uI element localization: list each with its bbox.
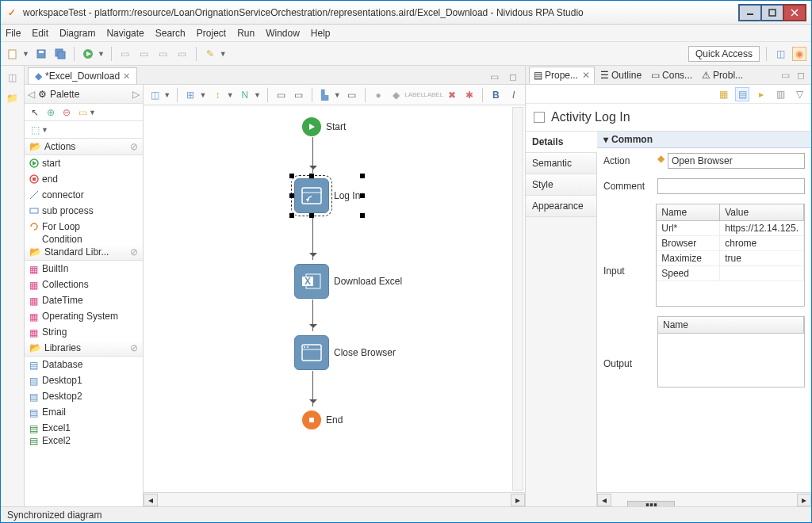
palette-item-datetime[interactable]: ▦DateTime: [25, 292, 143, 308]
minimize-view-icon[interactable]: ▭: [778, 68, 792, 82]
palette-section-libraries[interactable]: 📂 Libraries ⊘: [25, 340, 143, 357]
palette-section-actions[interactable]: 📂 Actions ⊘: [25, 139, 143, 155]
palette-menu-icon[interactable]: ▷: [132, 89, 140, 100]
wand-icon[interactable]: ✎: [203, 47, 217, 61]
palette-item-string[interactable]: ▦String: [25, 324, 143, 340]
zoom-out-icon[interactable]: ⊖: [59, 105, 74, 120]
palette-item-excel2[interactable]: ▤Excel2: [25, 436, 143, 445]
vertical-scrollbar[interactable]: [512, 107, 523, 491]
ct-icon[interactable]: ●: [372, 88, 385, 102]
select-tool-icon[interactable]: ↖: [28, 105, 42, 120]
node-end[interactable]: End: [302, 410, 343, 429]
ct-icon[interactable]: ◆: [389, 88, 402, 102]
palette-item-collections[interactable]: ▦Collections: [25, 277, 143, 292]
scroll-right-icon[interactable]: ▸: [797, 494, 811, 506]
new-icon[interactable]: [6, 47, 20, 61]
palette-item-connector[interactable]: connector: [25, 187, 143, 203]
palette-item-end[interactable]: end: [25, 171, 143, 187]
pt-icon[interactable]: ▤: [735, 87, 749, 101]
checkbox-icon[interactable]: [534, 112, 545, 123]
ct-icon[interactable]: ▭: [346, 88, 358, 102]
ct-icon[interactable]: ↕: [211, 88, 224, 102]
tab-problems[interactable]: ⚠Probl...: [698, 67, 747, 83]
marquee-icon[interactable]: ⬚: [28, 123, 42, 137]
delete-icon[interactable]: ✖: [446, 88, 458, 102]
props-hscroll[interactable]: ◂ ▮▮▮ ▸: [597, 492, 811, 506]
perspective-a-icon[interactable]: ◫: [773, 47, 787, 61]
palette-item-start[interactable]: start: [25, 155, 143, 171]
zoom-in-icon[interactable]: ⊕: [44, 105, 58, 120]
tab-console[interactable]: ▭Cons...: [647, 67, 696, 83]
minimize-view-icon[interactable]: ▭: [487, 70, 501, 84]
ct-icon[interactable]: ▭: [292, 88, 304, 102]
close-icon[interactable]: ✕: [582, 70, 590, 81]
delete-all-icon[interactable]: ✱: [463, 88, 476, 102]
action-field[interactable]: Open Browser: [668, 153, 805, 169]
palette-item-subprocess[interactable]: sub process: [25, 203, 143, 219]
pt-icon[interactable]: ▦: [716, 87, 730, 101]
proptab-style[interactable]: Style: [526, 174, 596, 196]
italic-icon[interactable]: I: [508, 88, 520, 102]
maximize-button[interactable]: [760, 4, 784, 21]
proptab-details[interactable]: Details: [526, 132, 597, 153]
ct-icon[interactable]: ▭: [274, 88, 287, 102]
palette-item-condition[interactable]: Condition: [25, 235, 143, 244]
ct-icon[interactable]: ◫: [148, 88, 161, 102]
output-table[interactable]: Name: [657, 316, 805, 387]
run-icon[interactable]: [81, 47, 95, 61]
palette-item-desktop1[interactable]: ▤Desktop1: [25, 372, 143, 388]
palette-item-database[interactable]: ▤Database: [25, 357, 143, 372]
proptab-appearance[interactable]: Appearance: [526, 196, 596, 217]
proptab-semantic[interactable]: Semantic: [526, 153, 596, 174]
quick-access[interactable]: Quick Access: [688, 46, 760, 62]
close-tab-icon[interactable]: ✕: [123, 71, 130, 82]
menu-window[interactable]: Window: [266, 28, 300, 39]
ct-icon[interactable]: ⊞: [184, 88, 197, 102]
menu-search[interactable]: Search: [155, 28, 186, 39]
menu-project[interactable]: Project: [197, 28, 226, 39]
diagram-canvas[interactable]: Start Log In X Download Excel: [144, 105, 525, 492]
palette-item-desktop2[interactable]: ▤Desktop2: [25, 388, 143, 404]
menu-file[interactable]: File: [6, 28, 21, 39]
maximize-view-icon[interactable]: ◻: [506, 70, 520, 84]
input-table[interactable]: NameValue Url*https://12.14.125. Browser…: [656, 204, 805, 307]
node-login[interactable]: Log In: [294, 178, 360, 213]
perspective-b-icon[interactable]: ◉: [792, 47, 806, 61]
ct-icon[interactable]: N: [239, 88, 251, 102]
pt-icon[interactable]: ▥: [773, 87, 787, 101]
palette-item-forloop[interactable]: For Loop: [25, 219, 143, 235]
tool-d-icon[interactable]: ▭: [175, 47, 190, 61]
menu-run[interactable]: Run: [237, 28, 255, 39]
note-icon[interactable]: ▭: [75, 105, 90, 120]
comment-field[interactable]: [657, 178, 805, 194]
menu-help[interactable]: Help: [311, 28, 331, 39]
bold-icon[interactable]: B: [489, 88, 502, 102]
menu-edit[interactable]: Edit: [32, 28, 48, 39]
scroll-right-icon[interactable]: ▸: [511, 494, 525, 506]
palette-item-excel1[interactable]: ▤Excel1: [25, 420, 143, 436]
menu-diagram[interactable]: Diagram: [59, 28, 95, 39]
ct-icon[interactable]: LABEL: [408, 88, 422, 102]
view-menu-icon[interactable]: ▽: [792, 87, 806, 101]
maximize-view-icon[interactable]: ◻: [794, 68, 808, 82]
node-download[interactable]: X Download Excel: [294, 264, 402, 299]
tool-b-icon[interactable]: ▭: [137, 47, 151, 61]
node-close[interactable]: Close Browser: [294, 335, 396, 370]
trim-icon-b[interactable]: 📁: [6, 91, 20, 105]
ct-icon[interactable]: LABEL: [427, 88, 441, 102]
editor-tab-excel-download[interactable]: ◆ *Excel_Download ✕: [28, 67, 137, 84]
tool-c-icon[interactable]: ▭: [156, 47, 170, 61]
section-common[interactable]: ▾Common: [597, 132, 811, 148]
palette-item-os[interactable]: ▦Operating System: [25, 308, 143, 324]
scroll-left-icon[interactable]: ◂: [597, 494, 611, 506]
palette-item-builtin[interactable]: ▦BuiltIn: [25, 261, 143, 277]
horizontal-scrollbar[interactable]: ◂ ▸: [144, 492, 525, 506]
node-start[interactable]: Start: [302, 117, 346, 136]
back-icon[interactable]: ◁: [28, 89, 35, 100]
save-all-icon[interactable]: [53, 47, 67, 61]
tool-a-icon[interactable]: ▭: [118, 47, 132, 61]
tab-outline[interactable]: ☰Outline: [596, 67, 645, 83]
save-icon[interactable]: [34, 47, 48, 61]
pt-icon[interactable]: ▸: [754, 87, 768, 101]
trim-icon-a[interactable]: ◫: [6, 71, 20, 85]
